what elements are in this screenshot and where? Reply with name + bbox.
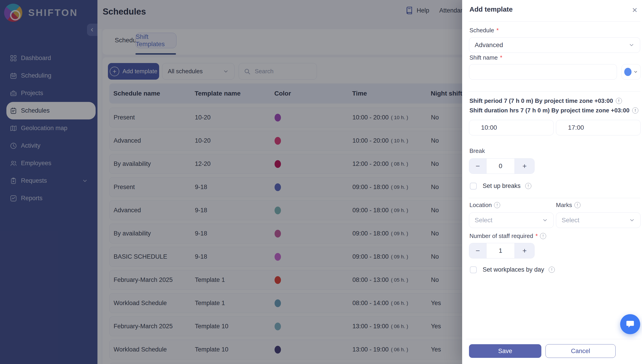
break-value[interactable]: 0 [486, 158, 514, 174]
workplaces-row: Set workplaces by day ! [470, 266, 555, 273]
setup-breaks-label: Set up breaks [483, 182, 521, 190]
close-icon[interactable]: ✕ [630, 5, 640, 15]
staff-stepper: − 1 + [469, 243, 534, 258]
marks-select[interactable]: Select [556, 212, 641, 228]
info-icon[interactable]: ! [574, 202, 580, 208]
location-label: Location ! [469, 202, 500, 208]
workplaces-checkbox[interactable] [470, 266, 477, 273]
plus-button[interactable]: + [514, 158, 534, 174]
schedule-label: Schedule* [469, 27, 499, 34]
panel-title: Add template [469, 6, 513, 13]
required-asterisk: * [496, 27, 499, 34]
shift-name-field[interactable] [469, 64, 617, 80]
workplaces-label: Set workplaces by day [483, 266, 544, 273]
shift-period-text: Shift period 7 (7 h 0 m) By project time… [469, 97, 622, 104]
info-icon[interactable]: ! [525, 183, 531, 189]
info-icon[interactable]: ! [540, 233, 546, 239]
location-select[interactable]: Select [469, 212, 554, 228]
shift-duration-text: Shift duration hrs 7 (7 h 0 m) By projec… [469, 107, 638, 114]
color-picker-button[interactable] [621, 64, 641, 80]
break-label: Break [469, 148, 485, 154]
setup-breaks-row: Set up breaks ! [470, 182, 531, 190]
chevron-down-icon [633, 70, 638, 74]
divider [468, 198, 640, 198]
chat-widget-button[interactable] [620, 314, 640, 334]
required-asterisk: * [535, 232, 538, 240]
divider [466, 339, 640, 339]
chevron-down-icon [542, 217, 548, 223]
minus-button[interactable]: − [469, 243, 486, 258]
marks-label: Marks ! [556, 202, 580, 208]
required-asterisk: * [500, 54, 502, 61]
divider [468, 92, 640, 92]
plus-button[interactable]: + [514, 243, 534, 258]
add-template-panel: Add template ✕ Schedule* Advanced Shift … [462, 0, 642, 364]
minus-button[interactable]: − [469, 158, 486, 174]
cancel-button[interactable]: Cancel [545, 344, 615, 358]
chat-bubble-icon [625, 319, 635, 329]
info-icon[interactable]: ! [616, 98, 622, 104]
shift-name-label: Shift name* [469, 54, 502, 61]
chevron-down-icon [628, 42, 634, 48]
setup-breaks-checkbox[interactable] [470, 183, 477, 190]
staff-value[interactable]: 1 [486, 243, 514, 258]
chevron-down-icon [629, 217, 635, 223]
time-to-input[interactable]: 17:00 [556, 120, 641, 135]
info-icon[interactable]: ! [494, 202, 500, 208]
schedule-select[interactable]: Advanced [469, 37, 640, 53]
info-icon[interactable]: ! [549, 267, 555, 273]
staff-label: Number of staff required * ! [469, 232, 546, 240]
save-button[interactable]: Save [469, 344, 541, 358]
color-swatch [624, 68, 631, 76]
schedule-select-value: Advanced [475, 42, 503, 49]
info-icon[interactable]: ! [632, 108, 638, 114]
time-from-input[interactable]: 10:00 [469, 120, 554, 135]
shift-name-input[interactable] [475, 68, 611, 76]
break-stepper: − 0 + [469, 158, 534, 174]
